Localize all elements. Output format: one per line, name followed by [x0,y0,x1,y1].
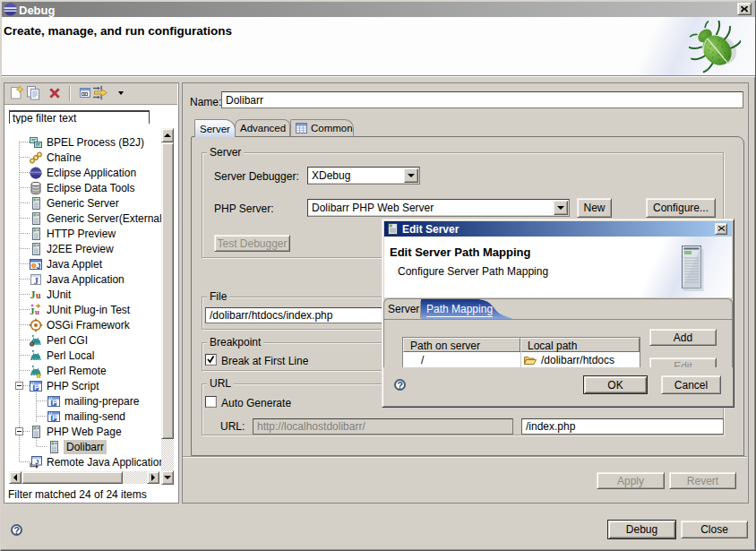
svg-text:J: J [30,288,36,301]
svg-text:J: J [35,457,39,465]
svg-text:P: P [34,383,39,392]
svg-text:P: P [52,399,57,407]
svg-text:P: P [52,414,57,422]
svg-text:J: J [37,261,41,270]
svg-text:u: u [35,307,39,316]
svg-text:u: u [36,290,41,300]
svg-text:J: J [34,275,39,285]
